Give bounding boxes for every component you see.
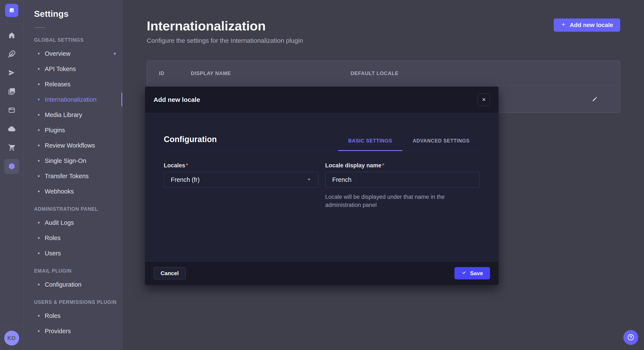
modal-body: Configuration BASIC SETTINGS ADVANCED SE… — [145, 134, 498, 261]
locale-display-name-input[interactable] — [325, 172, 480, 188]
modal-title: Add new locale — [154, 96, 200, 103]
locale-display-name-hint: Locale will be displayed under that name… — [325, 193, 478, 209]
settings-tabs: BASIC SETTINGS ADVANCED SETTINGS — [338, 138, 480, 151]
modal-close-button[interactable] — [478, 94, 490, 106]
add-new-locale-modal: Add new locale Configuration BASIC SETTI… — [145, 87, 498, 285]
check-icon — [462, 270, 466, 277]
locales-select-value: French (fr) — [171, 176, 200, 183]
required-marker: * — [382, 162, 384, 169]
configuration-section-title: Configuration — [164, 134, 217, 151]
tab-basic-settings[interactable]: BASIC SETTINGS — [338, 138, 402, 151]
tab-advanced-settings[interactable]: ADVANCED SETTINGS — [402, 138, 480, 151]
locales-select[interactable]: French (fr) — [164, 172, 318, 188]
required-marker: * — [186, 162, 188, 169]
close-icon — [481, 97, 486, 103]
locale-display-name-label: Locale display name* — [325, 162, 480, 169]
locale-display-name-field: Locale display name* Locale will be disp… — [325, 162, 480, 209]
modal-header: Add new locale — [145, 87, 498, 113]
chevron-down-icon — [307, 176, 311, 183]
modal-footer: Cancel Save — [145, 261, 498, 285]
locales-label: Locales* — [164, 162, 318, 169]
save-button[interactable]: Save — [454, 267, 490, 279]
locales-field: Locales* French (fr) — [164, 162, 318, 209]
cancel-button[interactable]: Cancel — [154, 267, 186, 279]
